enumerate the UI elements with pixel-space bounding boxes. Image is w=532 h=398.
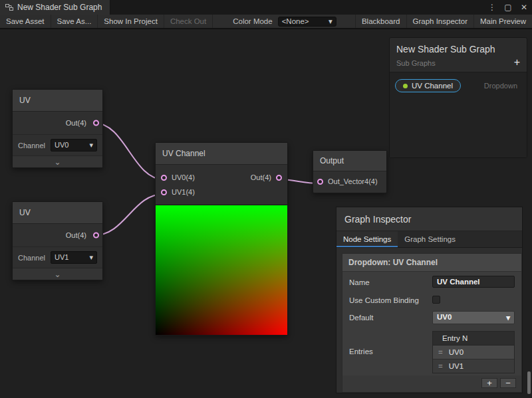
add-entry-button[interactable]: + xyxy=(481,378,497,388)
maximize-icon[interactable]: ▢ xyxy=(500,0,516,15)
chevron-down-icon: ▾ xyxy=(329,17,332,26)
chevron-down-icon: ▾ xyxy=(89,141,93,149)
node-output[interactable]: Output Out_Vector4(4) xyxy=(313,150,387,193)
card-title: Dropdown: UV Channel xyxy=(342,254,521,272)
collapse-toggle[interactable]: ⌄ xyxy=(13,268,102,280)
collapse-toggle[interactable]: ⌄ xyxy=(13,155,102,167)
default-field-row: Default UV0 ▾ xyxy=(342,307,521,326)
entries-footer: + − xyxy=(342,375,521,392)
entry-row[interactable]: = UV0 xyxy=(433,346,514,359)
channel-control: Channel UV1 ▾ xyxy=(13,247,102,268)
output-port-icon[interactable] xyxy=(276,175,282,181)
name-input[interactable] xyxy=(432,276,515,288)
node-title[interactable]: UV Channel xyxy=(156,143,287,165)
blackboard-panel: New Shader Sub Graph Sub Graphs + UV Cha… xyxy=(389,37,527,158)
input-ports: UV0(4) UV1(4) xyxy=(156,170,200,199)
node-title[interactable]: Output xyxy=(313,151,386,171)
output-port-row: Out(4) xyxy=(13,112,102,134)
add-property-button[interactable]: + xyxy=(514,56,520,68)
inspector-title[interactable]: Graph Inspector xyxy=(336,207,522,231)
entry-value: UV0 xyxy=(449,348,464,356)
output-port-icon[interactable] xyxy=(93,120,99,126)
vertical-scrollbar[interactable] xyxy=(527,371,531,394)
output-port-row: Out(4) xyxy=(245,170,287,185)
exposed-dot-icon xyxy=(403,84,408,88)
port-label: UV1(4) xyxy=(172,188,195,196)
inspector-tabs: Node Settings Graph Settings xyxy=(336,231,522,248)
input-port-row: UV1(4) xyxy=(156,185,200,199)
channel-control: Channel UV0 ▾ xyxy=(13,134,102,155)
channel-label: Channel xyxy=(18,142,47,149)
output-ports: Out(4) xyxy=(245,170,287,199)
input-port-icon[interactable] xyxy=(317,179,323,185)
tab-bar: New Shader Sub Graph ⋮ ▢ ✕ xyxy=(0,0,532,15)
save-asset-button[interactable]: Save Asset xyxy=(0,15,51,28)
remove-entry-button[interactable]: − xyxy=(500,378,516,388)
node-uv-b[interactable]: UV Out(4) Channel UV1 ▾ ⌄ xyxy=(12,201,103,280)
show-in-project-button[interactable]: Show In Project xyxy=(98,15,164,28)
edge-uvb-to-uv1[interactable] xyxy=(94,194,164,235)
chevron-down-icon: ▾ xyxy=(506,313,510,322)
entries-field-row: Entries Entry N = UV0 = UV1 xyxy=(342,326,521,375)
tab-bar-spacer xyxy=(110,0,484,15)
toolbar-right-group: Blackboard Graph Inspector Main Preview xyxy=(355,15,532,28)
drag-handle-icon[interactable]: = xyxy=(438,348,443,356)
blackboard-item-uv-channel: UV Channel Dropdown xyxy=(390,77,527,94)
node-title[interactable]: UV xyxy=(13,90,102,112)
entry-row[interactable]: = UV1 xyxy=(433,359,514,373)
custom-binding-row: Use Custom Binding xyxy=(342,290,521,308)
blackboard-header[interactable]: New Shader Sub Graph Sub Graphs + xyxy=(390,38,527,72)
uv-gradient-preview xyxy=(156,205,287,335)
more-menu-icon[interactable]: ⋮ xyxy=(484,0,500,15)
node-uv-a[interactable]: UV Out(4) Channel UV0 ▾ ⌄ xyxy=(12,89,103,168)
port-label: Out(4) xyxy=(66,231,86,239)
save-as-button[interactable]: Save As... xyxy=(51,15,98,28)
graph-canvas[interactable]: UV Out(4) Channel UV0 ▾ ⌄ UV Out(4) Chan… xyxy=(0,29,532,398)
blackboard-body: UV Channel Dropdown xyxy=(390,72,527,158)
output-port-row: Out(4) xyxy=(13,224,102,247)
graph-inspector-toggle-button[interactable]: Graph Inspector xyxy=(406,15,473,28)
blackboard-title: New Shader Sub Graph xyxy=(396,44,520,54)
graph-inspector-panel: Graph Inspector Node Settings Graph Sett… xyxy=(336,207,523,393)
node-uv-channel[interactable]: UV Channel UV0(4) UV1(4) Out(4) xyxy=(155,142,288,336)
edge-uva-to-uv0[interactable] xyxy=(94,123,164,179)
blackboard-item-type: Dropdown xyxy=(484,82,517,90)
default-dropdown[interactable]: UV0 ▾ xyxy=(432,311,515,324)
tab-graph-settings[interactable]: Graph Settings xyxy=(398,231,462,247)
output-port-icon[interactable] xyxy=(93,233,99,239)
channel-dropdown[interactable]: UV0 ▾ xyxy=(51,139,97,151)
input-port-icon[interactable] xyxy=(161,175,167,181)
entry-value: UV1 xyxy=(449,362,464,370)
drag-handle-icon[interactable]: = xyxy=(438,362,443,370)
channel-value: UV0 xyxy=(55,141,68,149)
blackboard-item-pill[interactable]: UV Channel xyxy=(395,79,461,92)
node-title[interactable]: UV xyxy=(13,202,102,224)
default-label: Default xyxy=(349,311,432,324)
entries-list: Entry N = UV0 = UV1 xyxy=(432,331,515,373)
main-preview-toggle-button[interactable]: Main Preview xyxy=(473,15,532,28)
dropdown-settings-card: Dropdown: UV Channel Name Use Custom Bin… xyxy=(342,253,522,393)
color-mode-value: <None> xyxy=(282,17,309,25)
input-port-icon[interactable] xyxy=(161,189,167,195)
toolbar: Save Asset Save As... Show In Project Ch… xyxy=(0,15,532,29)
channel-dropdown[interactable]: UV1 ▾ xyxy=(51,251,97,264)
tab-shader-subgraph[interactable]: New Shader Sub Graph xyxy=(0,0,110,15)
chevron-down-icon: ⌄ xyxy=(54,157,61,167)
blackboard-item-name: UV Channel xyxy=(412,82,453,90)
chevron-down-icon: ▾ xyxy=(89,253,93,262)
custom-binding-checkbox[interactable] xyxy=(432,296,440,304)
blackboard-subtitle: Sub Graphs xyxy=(396,59,520,67)
custom-binding-label: Use Custom Binding xyxy=(349,294,432,306)
color-mode-dropdown[interactable]: <None> ▾ xyxy=(278,17,336,27)
name-label: Name xyxy=(349,276,432,288)
shader-graph-icon xyxy=(5,3,13,11)
port-label: Out_Vector4(4) xyxy=(328,177,378,185)
blackboard-toggle-button[interactable]: Blackboard xyxy=(355,15,406,28)
entries-header: Entry N xyxy=(433,332,514,346)
close-icon[interactable]: ✕ xyxy=(516,0,532,15)
color-mode-label: Color Mode xyxy=(213,17,277,25)
input-port-row: UV0(4) xyxy=(156,170,200,185)
default-value: UV0 xyxy=(437,313,452,322)
tab-node-settings[interactable]: Node Settings xyxy=(336,231,398,247)
port-label: Out(4) xyxy=(251,173,271,181)
